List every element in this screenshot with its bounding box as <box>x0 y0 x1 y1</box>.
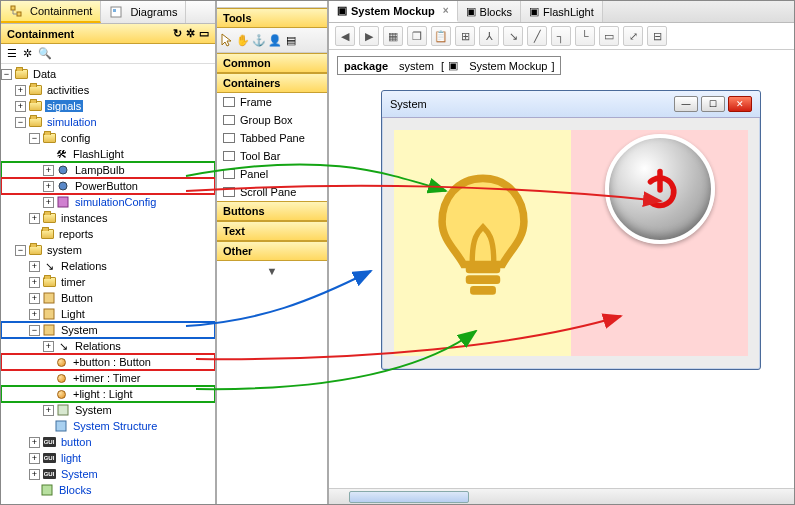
collapse-toggle[interactable]: − <box>15 117 26 128</box>
layout-button[interactable]: ⊞ <box>455 26 475 46</box>
tree-node-button[interactable]: +Button <box>1 290 215 306</box>
anchor-icon[interactable]: ⚓ <box>251 30 266 50</box>
expand-toggle[interactable]: + <box>29 261 40 272</box>
collapse-toggle[interactable]: − <box>15 245 26 256</box>
expand-toggle[interactable]: + <box>29 293 40 304</box>
tree-node-reports[interactable]: reports <box>1 226 215 242</box>
line2-button[interactable]: ┐ <box>551 26 571 46</box>
connector-button[interactable]: ↘ <box>503 26 523 46</box>
person-icon[interactable]: 👤 <box>267 30 282 50</box>
power-button[interactable] <box>605 134 715 244</box>
expand-toggle[interactable]: + <box>43 197 54 208</box>
editor-tab-system-mockup[interactable]: ▣ System Mockup × <box>329 1 458 22</box>
tree-node-blocks-diagram[interactable]: Blocks <box>1 482 215 498</box>
hand-icon[interactable]: ✋ <box>235 30 250 50</box>
tree-node-data[interactable]: −Data <box>1 66 215 82</box>
tree-button[interactable]: ⅄ <box>479 26 499 46</box>
tree-node-flashlight[interactable]: 🛠FlashLight <box>1 146 215 162</box>
mockup-window[interactable]: System — ☐ ✕ <box>381 90 761 370</box>
expand-toggle[interactable]: + <box>29 453 40 464</box>
palette-section-text[interactable]: Text <box>217 221 327 241</box>
expand-toggle[interactable]: + <box>43 341 54 352</box>
palette-section-tools[interactable]: Tools <box>217 8 327 28</box>
note-icon[interactable]: ▤ <box>283 30 298 50</box>
tree-node-signals[interactable]: +signals <box>1 98 215 114</box>
horizontal-scrollbar[interactable] <box>329 488 794 504</box>
palette-item-scrollpane[interactable]: Scroll Pane <box>217 183 327 201</box>
close-button[interactable]: ✕ <box>728 96 752 112</box>
expand-toggle[interactable]: + <box>29 469 40 480</box>
palette-section-common[interactable]: Common <box>217 53 327 73</box>
palette-section-containers[interactable]: Containers <box>217 73 327 93</box>
collapse-toggle[interactable]: − <box>1 69 12 80</box>
tree-node-part-button[interactable]: +button : Button <box>1 354 215 370</box>
tab-containment[interactable]: Containment <box>1 1 101 23</box>
tree-node-simulation[interactable]: −simulation <box>1 114 215 130</box>
tree-node-timer[interactable]: +timer <box>1 274 215 290</box>
tree-node-config[interactable]: −config <box>1 130 215 146</box>
select-all-button[interactable]: ▦ <box>383 26 403 46</box>
gear-icon[interactable]: ✲ <box>186 27 195 40</box>
palette-item-frame[interactable]: Frame <box>217 93 327 111</box>
pin-icon[interactable]: ▭ <box>199 27 209 40</box>
minimize-button[interactable]: — <box>674 96 698 112</box>
tree-node-relations[interactable]: +↘Relations <box>1 258 215 274</box>
editor-tab-flashlight[interactable]: ▣ FlashLight <box>521 1 603 22</box>
cursor-icon[interactable] <box>219 30 234 50</box>
tree-node-lampbulb[interactable]: +LampBulb <box>1 162 215 178</box>
back-button[interactable]: ◀ <box>335 26 355 46</box>
tree-node-light[interactable]: +Light <box>1 306 215 322</box>
expand-icon[interactable]: ✲ <box>23 47 32 60</box>
line1-button[interactable]: ╱ <box>527 26 547 46</box>
paste-button[interactable]: 📋 <box>431 26 451 46</box>
button-panel[interactable] <box>571 130 748 356</box>
tab-diagrams[interactable]: Diagrams <box>101 1 186 23</box>
rect-button[interactable]: ▭ <box>599 26 619 46</box>
collapse-icon[interactable]: ☰ <box>7 47 17 60</box>
tree-node-gui-button[interactable]: +GUIbutton <box>1 434 215 450</box>
editor-tab-blocks[interactable]: ▣ Blocks <box>458 1 521 22</box>
expand-toggle[interactable]: + <box>29 213 40 224</box>
palette-section-other[interactable]: Other <box>217 241 327 261</box>
expand-toggle[interactable]: + <box>29 309 40 320</box>
tree-node-gui-system[interactable]: +GUISystem <box>1 466 215 482</box>
refresh-icon[interactable]: ↻ <box>173 27 182 40</box>
collapse-toggle[interactable]: − <box>29 133 40 144</box>
expand-toggle[interactable]: + <box>15 85 26 96</box>
tree-node-system-block[interactable]: −System <box>1 322 215 338</box>
tree-node-system-inner[interactable]: +System <box>1 402 215 418</box>
tree-node-simconfig[interactable]: +simulationConfig <box>1 194 215 210</box>
copy-button[interactable]: ❐ <box>407 26 427 46</box>
window-titlebar[interactable]: System — ☐ ✕ <box>382 91 760 118</box>
tree-node-part-light[interactable]: +light : Light <box>1 386 215 402</box>
palette-item-groupbox[interactable]: Group Box <box>217 111 327 129</box>
palette-item-toolbar[interactable]: Tool Bar <box>217 147 327 165</box>
palette-item-panel[interactable]: Panel <box>217 165 327 183</box>
palette-item-tabbedpane[interactable]: Tabbed Pane <box>217 129 327 147</box>
maximize-button[interactable]: ☐ <box>701 96 725 112</box>
expand-toggle[interactable]: + <box>29 277 40 288</box>
tree-node-gui-light[interactable]: +GUIlight <box>1 450 215 466</box>
expand-toggle[interactable]: + <box>15 101 26 112</box>
expand-toggle[interactable]: + <box>43 405 54 416</box>
tree-node-instances[interactable]: +instances <box>1 210 215 226</box>
diagram-canvas[interactable]: package system [ ▣ System Mockup ] Syste… <box>329 50 794 488</box>
collapse-toggle[interactable]: − <box>29 325 40 336</box>
expand-toggle[interactable]: + <box>43 165 54 176</box>
tree-node-system-structure[interactable]: System Structure <box>1 418 215 434</box>
tree-node-part-timer[interactable]: +timer : Timer <box>1 370 215 386</box>
tree-node-relations2[interactable]: +↘Relations <box>1 338 215 354</box>
group-button[interactable]: ⊟ <box>647 26 667 46</box>
scrollbar-thumb[interactable] <box>349 491 469 503</box>
light-panel[interactable] <box>394 130 571 356</box>
palette-section-buttons[interactable]: Buttons <box>217 201 327 221</box>
expand-toggle[interactable]: + <box>43 181 54 192</box>
tree-node-system-pkg[interactable]: −system <box>1 242 215 258</box>
search-icon[interactable]: 🔍 <box>38 47 52 60</box>
close-icon[interactable]: × <box>443 5 449 16</box>
chevron-down-icon[interactable]: ▼ <box>217 261 327 281</box>
line3-button[interactable]: └ <box>575 26 595 46</box>
tree-node-activities[interactable]: +activities <box>1 82 215 98</box>
forward-button[interactable]: ▶ <box>359 26 379 46</box>
resize-button[interactable]: ⤢ <box>623 26 643 46</box>
